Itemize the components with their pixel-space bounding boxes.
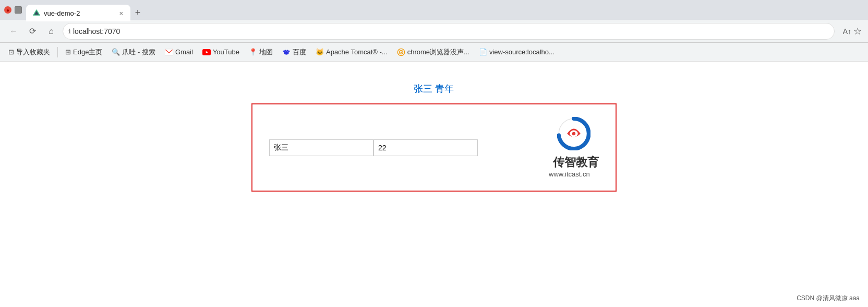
bookmark-gmail-label: Gmail xyxy=(175,48,193,56)
url-display: localhost:7070 xyxy=(73,27,829,36)
status-bar: CSDN @清风微凉 aaa xyxy=(797,294,860,303)
active-tab[interactable]: vue-demo-2 × xyxy=(26,5,130,21)
tomcat-icon: 🐱 xyxy=(316,48,324,56)
brand-name: 传智教育 xyxy=(553,155,599,170)
bookmark-gmail[interactable]: Gmail xyxy=(161,46,197,58)
age-input[interactable] xyxy=(373,139,478,156)
bookmark-import[interactable]: ⊡ 导入收藏夹 xyxy=(4,45,54,59)
read-aloud-button[interactable]: A↑ xyxy=(843,27,851,36)
close-dot: ● xyxy=(6,7,9,13)
bookmark-separator-1 xyxy=(57,47,58,57)
bookmark-chrome-sound[interactable]: chrome浏览器没声... xyxy=(393,45,474,59)
brand-url: www.itcast.cn xyxy=(549,170,599,178)
svg-point-8 xyxy=(284,50,286,51)
youtube-icon xyxy=(202,48,211,56)
bookmark-chrome-sound-label: chrome浏览器没声... xyxy=(407,48,469,57)
info-icon: ℹ xyxy=(68,28,71,35)
itcast-logo-icon xyxy=(557,117,590,150)
bookmarks-bar: ⊡ 导入收藏夹 ⊞ Edge主页 🔍 爪哇 - 搜索 Gmail Y xyxy=(0,43,868,62)
bookmark-edge-home-label: Edge主页 xyxy=(73,48,102,57)
minimize-window-button[interactable] xyxy=(15,6,22,14)
bookmark-claw-label: 爪哇 - 搜索 xyxy=(122,48,155,57)
browser-chrome: ● vue-demo-2 × + ← ⟳ ⌂ ℹ localhost:7070 xyxy=(0,0,868,62)
maps-icon: 📍 xyxy=(249,48,257,56)
page-heading: 张三 青年 xyxy=(414,82,454,95)
baidu-icon xyxy=(282,48,291,56)
name-input[interactable] xyxy=(269,139,373,156)
bookmark-tomcat[interactable]: 🐱 Apache Tomcat® -... xyxy=(311,46,392,58)
bookmark-view-source-label: view-source:localho... xyxy=(489,48,554,56)
brand-text-group: 传智教育 www.itcast.cn xyxy=(549,155,599,178)
bookmark-baidu[interactable]: 百度 xyxy=(278,45,310,59)
bookmark-youtube-label: YouTube xyxy=(213,48,239,56)
demo-inputs xyxy=(269,139,478,156)
home-button[interactable]: ⌂ xyxy=(44,24,58,39)
traffic-lights: ● xyxy=(4,6,22,14)
demo-box: 传智教育 www.itcast.cn xyxy=(251,103,617,192)
close-window-button[interactable]: ● xyxy=(4,6,11,14)
tab-close-button[interactable]: × xyxy=(118,8,124,18)
address-bar: ← ⟳ ⌂ ℹ localhost:7070 A↑ ☆ xyxy=(0,20,868,43)
bookmark-view-source[interactable]: 📄 view-source:localho... xyxy=(475,46,559,58)
bookmark-tomcat-label: Apache Tomcat® -... xyxy=(326,48,388,56)
bookmark-maps[interactable]: 📍 地图 xyxy=(245,45,277,59)
brand-logo: 传智教育 www.itcast.cn xyxy=(549,117,599,178)
page-content: 张三 青年 传智教育 www.itcast.cn xyxy=(0,62,868,307)
tab-title: vue-demo-2 xyxy=(44,9,115,17)
svg-point-5 xyxy=(284,51,288,55)
address-wrap[interactable]: ℹ localhost:7070 xyxy=(63,23,835,40)
claw-icon: 🔍 xyxy=(112,48,120,56)
view-source-icon: 📄 xyxy=(479,48,487,56)
bookmark-baidu-label: 百度 xyxy=(293,48,306,57)
bookmark-youtube[interactable]: YouTube xyxy=(198,46,244,58)
refresh-button[interactable]: ⟳ xyxy=(25,24,40,39)
favorites-button[interactable]: ☆ xyxy=(853,26,862,37)
chrome-sound-icon xyxy=(397,48,405,56)
svg-point-12 xyxy=(400,51,402,53)
svg-point-15 xyxy=(572,132,575,135)
bookmark-edge-home[interactable]: ⊞ Edge主页 xyxy=(61,45,106,59)
svg-point-9 xyxy=(286,50,288,51)
import-icon: ⊡ xyxy=(8,48,14,56)
gmail-icon xyxy=(165,48,173,56)
vue-favicon-icon xyxy=(32,9,41,17)
status-text: CSDN @清风微凉 aaa xyxy=(797,294,860,302)
edge-home-icon: ⊞ xyxy=(65,48,71,56)
new-tab-button[interactable]: + xyxy=(130,5,145,20)
bookmark-maps-label: 地图 xyxy=(259,48,273,57)
tabs-bar: vue-demo-2 × + xyxy=(26,0,864,20)
bookmark-claw[interactable]: 🔍 爪哇 - 搜索 xyxy=(107,45,160,59)
bookmark-import-label: 导入收藏夹 xyxy=(16,48,50,57)
title-bar: ● vue-demo-2 × + xyxy=(0,0,868,20)
back-button[interactable]: ← xyxy=(6,24,21,39)
toolbar-right: A↑ ☆ xyxy=(843,26,862,37)
